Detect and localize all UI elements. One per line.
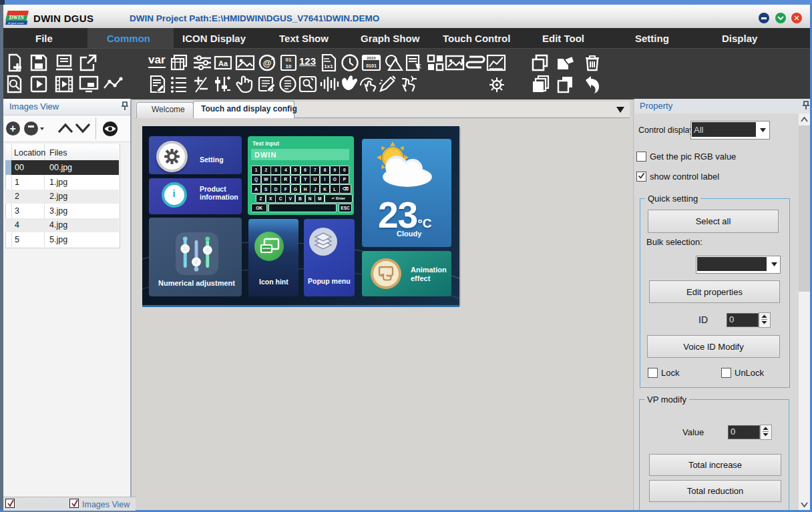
svg-text:DWIN: DWIN — [8, 15, 25, 21]
svg-text:Aa: Aa — [218, 59, 228, 67]
svg-text:01: 01 — [286, 57, 292, 63]
svg-text:2015: 2015 — [367, 56, 376, 60]
svg-text:@: @ — [263, 58, 272, 68]
svg-text:di gital vision: di gital vision — [8, 21, 24, 25]
svg-text:10: 10 — [286, 63, 292, 69]
svg-text:1x1: 1x1 — [324, 63, 333, 69]
svg-text:0101: 0101 — [366, 63, 377, 68]
